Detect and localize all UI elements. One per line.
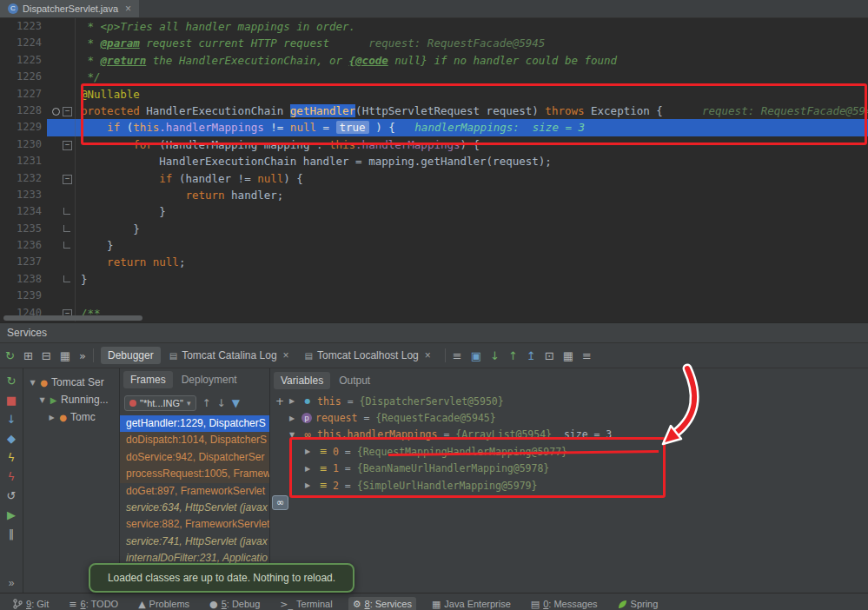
variable-row[interactable]: ▼∞this.handlerMappings = {ArrayList@5954…: [270, 427, 868, 443]
chevron-icon[interactable]: ▶: [289, 414, 301, 422]
status-item-git[interactable]: 9: Git: [9, 597, 53, 610]
menu-icon[interactable]: ≡: [453, 349, 462, 362]
export-icon[interactable]: ↥: [527, 349, 536, 362]
step-over-icon[interactable]: ↓: [7, 414, 17, 425]
code-token: the HandlerExecutionChain, or: [146, 54, 348, 67]
status-item-debug[interactable]: ●5: Debug: [205, 597, 264, 610]
services-tab-tomcat-catalina-log[interactable]: ▤Tomcat Catalina Log×: [162, 347, 296, 364]
variable-row[interactable]: ▶prequest = {RequestFacade@5945}: [270, 409, 868, 426]
fold-close-icon[interactable]: [63, 208, 70, 215]
close-tab-icon[interactable]: ×: [125, 3, 131, 15]
pause-icon[interactable]: ‖: [9, 528, 15, 540]
chevron-icon[interactable]: ▶: [305, 481, 317, 489]
tab-deployment[interactable]: Deployment: [175, 371, 244, 388]
fold-close-icon[interactable]: [63, 242, 70, 249]
pin-icon[interactable]: ⊡: [545, 349, 554, 362]
status-item-terminal[interactable]: >_Terminal: [275, 597, 336, 610]
editor-tab[interactable]: C DispatcherServlet.java ×: [0, 0, 139, 17]
tree-item-running[interactable]: ▼▶Running...: [23, 391, 119, 408]
code-editor[interactable]: 1223 * <p>Tries all handler mappings in …: [0, 18, 868, 322]
tree-item-tomcat-ser[interactable]: ▼●Tomcat Ser: [23, 374, 119, 391]
gutter-cell: [47, 153, 76, 169]
frame-item[interactable]: service:634, HttpServlet (javax: [120, 500, 269, 516]
rollback-icon[interactable]: ↺: [7, 490, 17, 501]
hotswap-icon[interactable]: ϟ: [8, 452, 16, 463]
group-by-icon[interactable]: ▦: [60, 349, 70, 362]
fold-open-icon[interactable]: −: [63, 141, 72, 150]
code-text: /**: [76, 305, 868, 322]
tree-item-tomc[interactable]: ▶●Tomc: [23, 408, 119, 426]
chevron-icon[interactable]: ▼: [36, 396, 48, 404]
frame-item[interactable]: processRequest:1005, Framew: [120, 466, 269, 482]
code-token: if: [81, 172, 179, 185]
status-item-problems[interactable]: ▲Problems: [134, 597, 194, 610]
frame-item[interactable]: doGet:897, FrameworkServlet: [120, 483, 269, 500]
view-breakpoints-icon[interactable]: ◆: [7, 433, 16, 444]
chevron-icon[interactable]: ▶: [46, 414, 57, 421]
scroll-down-icon[interactable]: ↓: [490, 349, 500, 362]
resume-icon[interactable]: ▶: [7, 509, 16, 520]
rerun-icon[interactable]: ↻: [5, 349, 15, 362]
stop-icon[interactable]: ■: [6, 395, 17, 406]
line-number: 1233: [0, 187, 47, 203]
frame-item[interactable]: doService:942, DispatcherSer: [120, 449, 269, 466]
scroll-up-icon[interactable]: ↑: [508, 349, 518, 362]
previous-frame-icon[interactable]: ↑: [202, 397, 211, 409]
chevron-icon[interactable]: ▶: [289, 397, 301, 405]
table-icon[interactable]: ▦: [563, 349, 573, 362]
line-number: 1230: [0, 136, 47, 153]
variable-row[interactable]: +▶●this = {DispatcherServlet@5950}: [270, 393, 868, 409]
infinity-badge[interactable]: ∞: [272, 495, 288, 510]
tab-variables[interactable]: Variables: [274, 372, 330, 389]
chevron-icon[interactable]: ▼: [289, 431, 301, 439]
frame-item[interactable]: service:882, FrameworkServlet: [120, 516, 269, 533]
services-tab-debugger[interactable]: Debugger: [101, 347, 161, 364]
code-text: */: [76, 69, 868, 85]
more-chevron[interactable]: »: [9, 577, 15, 589]
status-item-java-enterprise[interactable]: ▦Java Enterprise: [427, 597, 515, 610]
chevron-icon[interactable]: ▼: [27, 379, 38, 387]
close-tab-icon[interactable]: ×: [283, 349, 289, 361]
rerun-icon[interactable]: ↻: [7, 375, 17, 387]
status-item-todo[interactable]: ≡6: TODO: [64, 597, 123, 610]
chevron-icon[interactable]: ▶: [305, 465, 317, 473]
status-item-messages[interactable]: ▤0: Messages: [527, 597, 602, 610]
close-tab-icon[interactable]: ×: [425, 349, 431, 361]
fold-close-icon[interactable]: [63, 225, 70, 232]
frame-item[interactable]: service:741, HttpServlet (javax: [120, 534, 269, 550]
fold-close-icon[interactable]: [63, 275, 70, 282]
filter-frames-icon[interactable]: ▼: [232, 397, 240, 409]
options-icon[interactable]: ≡: [582, 349, 592, 362]
restore-layout-icon[interactable]: ▣: [471, 349, 481, 362]
variable-row[interactable]: ▶≡1 = {BeanNameUrlHandlerMapping@5978}: [270, 461, 868, 477]
status-item-services[interactable]: ⚙8: Services: [348, 597, 416, 610]
chevron-icon[interactable]: ▶: [305, 448, 317, 455]
item-icon: ≡: [317, 480, 329, 491]
line-number: 1224: [0, 35, 47, 51]
fold-open-icon[interactable]: −: [63, 107, 72, 116]
services-tab-tomcat-localhost-log[interactable]: ▤Tomcat Localhost Log×: [298, 347, 438, 364]
thread-selector[interactable]: "*ht...ING" ▾: [124, 395, 196, 411]
add-watch-icon[interactable]: +: [275, 395, 289, 408]
variable-row[interactable]: ▶≡2 = {SimpleUrlHandlerMapping@5979}: [270, 477, 868, 494]
tab-output[interactable]: Output: [332, 372, 377, 389]
frame-item[interactable]: getHandler:1229, DispatcherS: [120, 415, 269, 432]
code-text: }: [76, 221, 868, 237]
variable-name: request: [315, 412, 357, 424]
frames-toolbar: "*ht...ING" ▾ ↑↓▼: [120, 391, 269, 415]
more-toolbar-icon[interactable]: »: [79, 349, 86, 362]
next-frame-icon[interactable]: ↓: [217, 397, 226, 409]
frame-item[interactable]: doDispatch:1014, DispatcherS: [120, 432, 269, 448]
variable-value: {DispatcherServlet@5950}: [359, 395, 503, 408]
expand-all-icon[interactable]: ⊞: [23, 349, 33, 362]
java-class-icon: C: [8, 3, 18, 14]
status-bar: 9: Git≡6: TODO▲Problems●5: Debug>_Termin…: [0, 593, 868, 610]
tab-frames[interactable]: Frames: [123, 371, 173, 388]
reload-classes-icon[interactable]: ϟ: [8, 471, 16, 482]
collapse-all-icon[interactable]: ⊟: [42, 349, 51, 362]
variable-row[interactable]: ▶≡0 = {RequestMappingHandlerMapping@5977…: [270, 443, 868, 460]
horizontal-scrollbar[interactable]: [3, 315, 142, 321]
fold-open-icon[interactable]: −: [63, 175, 72, 184]
code-text: for (HandlerMapping mapping : this.handl…: [76, 136, 868, 153]
status-item-spring[interactable]: Spring: [613, 597, 663, 610]
